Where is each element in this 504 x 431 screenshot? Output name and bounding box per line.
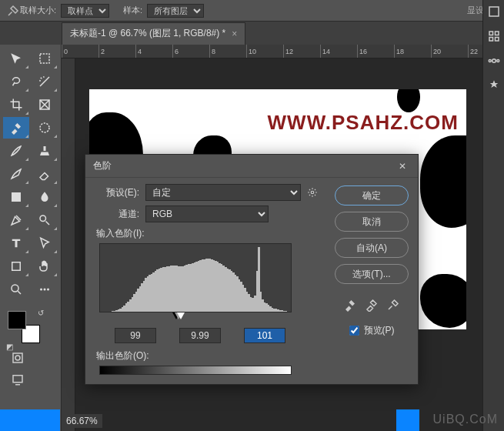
- close-icon[interactable]: ×: [232, 28, 237, 39]
- cancel-button[interactable]: 取消: [335, 212, 409, 232]
- auto-button[interactable]: 自动(A): [335, 238, 409, 258]
- history-brush-tool[interactable]: [3, 163, 29, 185]
- dodge-tool[interactable]: [32, 209, 58, 231]
- histogram: [99, 243, 292, 312]
- clone-stamp-tool[interactable]: [32, 140, 58, 162]
- tools-panel: ↺ ◩: [0, 45, 62, 431]
- gray-eyedropper-icon[interactable]: [365, 298, 379, 312]
- eyedropper-preset-icon[interactable]: [6, 4, 20, 18]
- channel-label: 通道:: [93, 208, 139, 221]
- taskbar-fragment: [396, 409, 419, 431]
- svg-rect-4: [12, 192, 21, 202]
- input-levels-label: 输入色阶(I):: [96, 227, 318, 240]
- preview-label: 预览(P): [364, 324, 395, 337]
- svg-point-19: [492, 59, 496, 63]
- ruler-mark: 2: [98, 45, 135, 58]
- type-tool[interactable]: [3, 232, 29, 254]
- eyedropper-tool[interactable]: [3, 117, 29, 139]
- input-gamma-field[interactable]: [179, 328, 221, 343]
- input-black-field[interactable]: [115, 328, 156, 343]
- ruler-vertical: [62, 58, 75, 431]
- sample-label: 样本:: [123, 5, 142, 16]
- dialog-title: 色阶: [93, 159, 112, 172]
- footer-watermark: UiBQ.CoM: [433, 413, 498, 426]
- svg-rect-11: [13, 353, 22, 363]
- gear-icon[interactable]: [307, 187, 318, 198]
- foreground-color-swatch[interactable]: [8, 311, 26, 329]
- ruler-mark: 0: [62, 45, 98, 58]
- svg-point-12: [15, 356, 20, 360]
- marquee-tool[interactable]: [32, 48, 58, 69]
- svg-rect-1: [40, 54, 49, 63]
- document-tab[interactable]: 未标题-1 @ 66.7% (图层 1, RGB/8#) * ×: [62, 22, 245, 45]
- gradient-tool[interactable]: [3, 186, 29, 208]
- document-tab-bar: 未标题-1 @ 66.7% (图层 1, RGB/8#) * ×: [0, 22, 504, 45]
- options-button[interactable]: 选项(T)...: [335, 264, 409, 284]
- panel-icon[interactable]: [487, 5, 501, 18]
- input-white-field[interactable]: [244, 328, 285, 343]
- ruler-mark: 4: [135, 45, 172, 58]
- svg-rect-16: [495, 32, 499, 35]
- screenmode-icon[interactable]: [11, 373, 25, 386]
- move-tool[interactable]: [3, 48, 29, 69]
- ruler-mark: 22: [468, 45, 482, 58]
- frame-tool[interactable]: [32, 94, 58, 115]
- marquee-ellipse-tool[interactable]: [32, 117, 58, 139]
- ruler-horizontal: 0 2 4 6 8 10 12 14 16 18 20 22: [62, 45, 482, 58]
- magic-wand-tool[interactable]: [32, 71, 58, 92]
- display-settings-label[interactable]: 显设: [467, 5, 484, 16]
- white-eyedropper-icon[interactable]: [386, 298, 400, 312]
- blur-tool[interactable]: [32, 186, 58, 208]
- svg-point-20: [489, 60, 491, 62]
- brush-tool[interactable]: [3, 140, 29, 162]
- svg-point-3: [40, 123, 49, 132]
- ruler-mark: 20: [431, 45, 468, 58]
- channel-select[interactable]: RGB: [145, 205, 269, 222]
- svg-rect-14: [489, 7, 499, 16]
- sample-size-label: 取样大小:: [20, 5, 56, 16]
- close-icon[interactable]: ✕: [395, 159, 410, 174]
- ruler-mark: 12: [283, 45, 320, 58]
- default-colors-icon[interactable]: ◩: [6, 342, 13, 351]
- ruler-mark: 18: [394, 45, 431, 58]
- svg-rect-15: [489, 32, 493, 35]
- canvas-watermark: WWW.PSAHZ.COM: [268, 111, 459, 135]
- pen-tool[interactable]: [3, 209, 29, 231]
- output-levels-label: 输出色阶(O):: [96, 349, 318, 363]
- sample-select[interactable]: 所有图层: [147, 4, 204, 18]
- ruler-mark: 16: [357, 45, 394, 58]
- preview-checkbox[interactable]: [349, 326, 359, 336]
- svg-point-7: [12, 285, 18, 292]
- color-swatches[interactable]: ↺ ◩: [8, 311, 40, 343]
- swap-colors-icon[interactable]: ↺: [38, 309, 44, 317]
- lasso-tool[interactable]: [3, 71, 29, 92]
- hand-tool[interactable]: [32, 256, 58, 277]
- quickmask-icon[interactable]: [11, 351, 25, 365]
- ruler-mark: 8: [209, 45, 246, 58]
- svg-point-8: [40, 289, 42, 291]
- preview-checkbox-row[interactable]: 预览(P): [349, 324, 395, 337]
- panel-icon[interactable]: [487, 79, 501, 92]
- output-gradient[interactable]: [99, 366, 292, 375]
- zoom-tool[interactable]: [3, 279, 29, 300]
- ok-button[interactable]: 确定: [335, 185, 409, 205]
- edit-toolbar-icon[interactable]: [32, 279, 58, 300]
- white-point-slider[interactable]: [177, 312, 185, 319]
- path-select-tool[interactable]: [32, 232, 58, 254]
- eraser-tool[interactable]: [32, 163, 58, 185]
- svg-point-10: [47, 289, 49, 291]
- crop-tool[interactable]: [3, 94, 29, 115]
- dialog-titlebar[interactable]: 色阶 ✕: [85, 155, 418, 178]
- zoom-status[interactable]: 66.67%: [62, 414, 102, 428]
- shape-tool[interactable]: [3, 256, 29, 277]
- input-slider-track[interactable]: [99, 312, 292, 323]
- panel-icon[interactable]: [487, 29, 501, 43]
- svg-rect-13: [13, 376, 22, 383]
- svg-rect-6: [12, 262, 21, 271]
- right-panel-strip: [482, 0, 504, 431]
- sample-size-select[interactable]: 取样点: [61, 4, 109, 18]
- panel-icon[interactable]: [487, 54, 501, 68]
- svg-point-9: [43, 289, 45, 291]
- black-eyedropper-icon[interactable]: [343, 298, 357, 312]
- preset-select[interactable]: 自定: [145, 184, 301, 201]
